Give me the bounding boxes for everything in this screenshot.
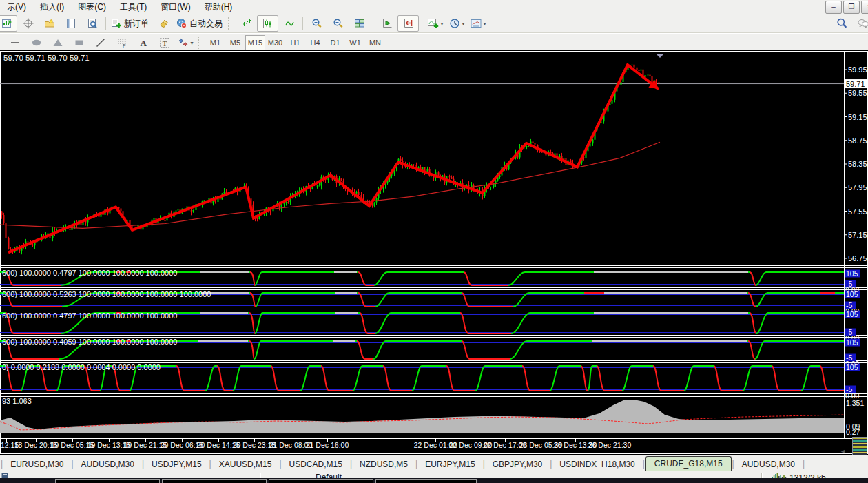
- zoom-out-icon: [333, 18, 344, 29]
- new-order-icon: [111, 18, 122, 29]
- svg-text:59.95: 59.95: [848, 65, 867, 74]
- timeframe-H4[interactable]: H4: [305, 35, 325, 50]
- chart-canvas[interactable]: 59.70 59.71 59.70 59.7159.9559.5559.1558…: [0, 50, 868, 455]
- tool-tile-windows[interactable]: [349, 15, 370, 32]
- tool-auto-scroll[interactable]: [376, 15, 397, 32]
- timeframe-M5[interactable]: M5: [225, 35, 245, 50]
- chart-tab-AUDUSD-M30[interactable]: AUDUSD,M30: [74, 458, 141, 472]
- chart-tab-XAUUSD-M15[interactable]: XAUUSD,M15: [212, 458, 279, 472]
- timeframe-M30[interactable]: M30: [265, 35, 285, 50]
- tool-data-window[interactable]: [81, 15, 103, 32]
- tool-chart-shift[interactable]: [397, 15, 419, 32]
- bar-chart-icon: [241, 18, 252, 29]
- minimize-button[interactable]: –: [825, 1, 842, 14]
- toolbar-grip: [228, 17, 233, 30]
- svg-text:57.55: 57.55: [848, 207, 867, 216]
- svg-text:600) 100.0000 0.5263 100.0000: 600) 100.0000 0.5263 100.0000 100.0000 1…: [2, 290, 211, 298]
- tool-templates-chart[interactable]: ▾: [468, 15, 489, 32]
- tool-favorites-folder[interactable]: [39, 15, 60, 32]
- chart-tab-CRUDE-G18-M15[interactable]: CRUDE_G18,M15: [645, 456, 732, 472]
- menu-item-1[interactable]: 示(V): [0, 0, 33, 14]
- bottom-cut-strip: [0, 478, 868, 483]
- tool-chart-add[interactable]: [0, 15, 17, 32]
- timeframe-M1[interactable]: M1: [205, 35, 225, 50]
- svg-text:105: 105: [846, 269, 858, 278]
- tool-zoom-out[interactable]: [327, 15, 349, 32]
- eraser-button[interactable]: [153, 15, 174, 32]
- autotrade-button[interactable]: 自动交易: [174, 15, 227, 32]
- menu-item-6[interactable]: 帮助(H): [198, 0, 240, 14]
- tool-periods-clock[interactable]: ▾: [446, 15, 468, 32]
- indicator-window-volatility[interactable]: 93 1.0631.3510.090.27: [0, 397, 864, 436]
- price-scale[interactable]: 59.9559.5559.1558.7558.3557.9557.5557.15…: [844, 65, 867, 263]
- draw-text[interactable]: A: [132, 34, 154, 51]
- tool-candle-chart[interactable]: [257, 15, 278, 32]
- draw-hline[interactable]: [4, 34, 25, 51]
- tool-line-chart[interactable]: [278, 15, 300, 32]
- chart-tab-GBPJPY-M30[interactable]: GBPJPY,M30: [486, 458, 549, 472]
- draw-trendline[interactable]: [90, 34, 111, 51]
- svg-text:0.27: 0.27: [846, 428, 860, 436]
- svg-text:59.70 59.71 59.70 59.71: 59.70 59.71 59.70 59.71: [3, 54, 90, 62]
- tool-indicators-add[interactable]: ▾: [425, 15, 446, 32]
- toolbar-separator: [422, 17, 422, 30]
- menu-bar: 示(V)插入(I)图表(C)工具(T)窗口(W)帮助(H) – ❐ ×: [0, 0, 868, 14]
- tool-bar-chart[interactable]: [236, 15, 257, 32]
- svg-text:600) 100.0000 0.4059 100.0000: 600) 100.0000 0.4059 100.0000 100.0000 1…: [2, 338, 177, 346]
- chart-tab-AUDUSD-M30[interactable]: AUDUSD,M30: [735, 458, 802, 472]
- draw-rectangle[interactable]: [68, 34, 90, 51]
- svg-text:21 Dec 16:00: 21 Dec 16:00: [306, 441, 349, 449]
- svg-text:1.351: 1.351: [846, 399, 864, 407]
- menu-item-4[interactable]: 工具(T): [113, 0, 154, 14]
- chart-tab-USDCAD-M15[interactable]: USDCAD,M15: [282, 458, 349, 472]
- time-scale[interactable]: 12:1518 Dec 20:1519 Dec 05:1519 Dec 13:1…: [1, 439, 631, 449]
- svg-text:A: A: [140, 38, 147, 48]
- trendline-icon: [95, 37, 106, 48]
- tool-crosshair[interactable]: [17, 15, 39, 32]
- svg-text:58.35: 58.35: [848, 160, 867, 168]
- draw-arrows[interactable]: ▾: [175, 34, 196, 51]
- chart-tab-USDJPY-M15[interactable]: USDJPY,M15: [145, 458, 208, 472]
- svg-text:26 Dec 21:30: 26 Dec 21:30: [588, 441, 632, 449]
- mt4-window: 示(V)插入(I)图表(C)工具(T)窗口(W)帮助(H) – ❐ × 新订单自…: [0, 0, 868, 483]
- indicators-add-icon: [428, 18, 439, 29]
- tool-zoom-in[interactable]: [306, 15, 327, 32]
- chart-shift-icon: [403, 18, 414, 29]
- auto-scroll-icon: [382, 18, 393, 29]
- timeframe-D1[interactable]: D1: [325, 35, 345, 50]
- new-order-button[interactable]: 新订单: [109, 15, 153, 32]
- tool-search[interactable]: [831, 15, 852, 32]
- menu-item-5[interactable]: 窗口(W): [154, 0, 197, 14]
- restore-button[interactable]: ❐: [843, 1, 860, 14]
- tool-market-watch[interactable]: [60, 15, 81, 32]
- draw-ellipse[interactable]: [25, 34, 47, 51]
- fibonacci-icon: F: [116, 37, 127, 48]
- autotrade-button-label: 自动交易: [189, 18, 223, 30]
- search-icon: [836, 18, 847, 29]
- tab-scroll-left-icon[interactable]: ◄: [840, 448, 846, 455]
- timeframe-H1[interactable]: H1: [285, 35, 305, 50]
- market-watch-icon: [65, 18, 76, 29]
- tool-chat[interactable]: [852, 15, 868, 32]
- menu-item-3[interactable]: 图表(C): [71, 0, 113, 14]
- chart-tab-NZDUSD-M5[interactable]: NZDUSD,M5: [353, 458, 415, 472]
- chart-tab-EURJPY-M15[interactable]: EURJPY,M15: [418, 458, 482, 472]
- draw-triangle[interactable]: [47, 34, 68, 51]
- timeframe-MN[interactable]: MN: [365, 35, 385, 50]
- main-price-chart[interactable]: [0, 54, 844, 254]
- timeframe-W1[interactable]: W1: [345, 35, 365, 50]
- chevron-down-icon: ▾: [190, 40, 193, 46]
- draw-text-label[interactable]: T: [154, 34, 175, 51]
- timeframe-M15[interactable]: M15: [245, 35, 265, 50]
- chart-area[interactable]: 59.70 59.71 59.70 59.7159.9559.5559.1558…: [0, 50, 868, 455]
- svg-text:0) 0.0000 0.2188 0.0000 0.0004: 0) 0.0000 0.2188 0.0000 0.0004 0.0000 0.…: [2, 363, 161, 371]
- text-label-icon: T: [159, 37, 170, 48]
- new-order-button-label: 新订单: [124, 18, 149, 30]
- menu-item-2[interactable]: 插入(I): [33, 0, 71, 14]
- close-button[interactable]: ×: [861, 1, 868, 14]
- draw-fibonacci[interactable]: F: [111, 34, 132, 51]
- tile-windows-icon: [354, 18, 365, 29]
- chart-tab-USDINDX-H18-M30[interactable]: USDINDX_H18,M30: [552, 458, 641, 472]
- toolbar-separator: [302, 17, 303, 30]
- chart-tab-EURUSD-M30[interactable]: EURUSD,M30: [3, 458, 70, 472]
